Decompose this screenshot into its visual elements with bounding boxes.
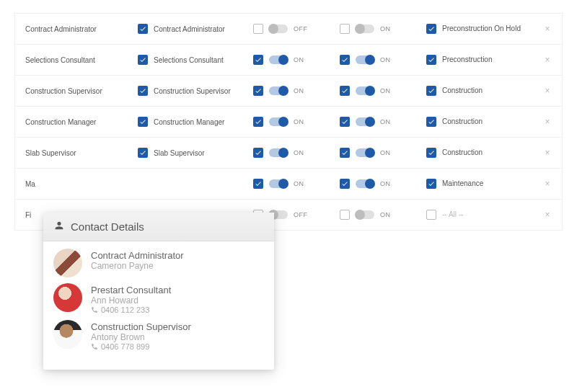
toggle2-checkbox[interactable] (340, 86, 350, 96)
contact-name: Antony Brown (91, 332, 264, 342)
toggle2-checkbox[interactable] (340, 210, 350, 220)
table-row: Selections Consultant Selections Consult… (15, 45, 562, 76)
contact-role: Contract Administrator (91, 250, 264, 261)
contact-item: Prestart Consultant Ann Howard 0406 112 … (53, 283, 264, 314)
toggle1-label: ON (294, 87, 304, 94)
toggle1-checkbox[interactable] (253, 179, 263, 189)
toggle2-checkbox[interactable] (340, 24, 350, 34)
stage-checkbox[interactable] (426, 179, 436, 189)
toggle1-label: OFF (294, 211, 308, 218)
contact-item: Construction Supervisor Antony Brown 040… (53, 320, 264, 351)
table-row: Contract Administrator Contract Administ… (15, 14, 562, 45)
toggle2-label: ON (380, 56, 391, 63)
popup-header: Contact Details (43, 213, 274, 241)
title-checkbox[interactable] (138, 55, 148, 65)
stage-checkbox[interactable] (426, 210, 436, 220)
table-row: Ma ON ON Maintenance × (15, 169, 562, 200)
toggle2[interactable] (356, 117, 374, 126)
stage-text: Construction (442, 86, 483, 95)
title-text: Slab Supervisor (154, 149, 205, 157)
delete-row-button[interactable]: × (540, 117, 555, 127)
contact-name: Cameron Payne (91, 261, 264, 271)
toggle1-checkbox[interactable] (253, 117, 263, 127)
person-icon (53, 220, 65, 233)
role-label: Slab Supervisor (22, 149, 138, 157)
toggle2-label: ON (380, 211, 391, 218)
role-label: Contract Administrator (22, 25, 138, 33)
toggle1[interactable] (269, 55, 288, 64)
stage-checkbox[interactable] (426, 55, 436, 65)
role-label: Selections Consultant (22, 56, 138, 64)
title-text: Selections Consultant (154, 56, 224, 64)
toggle1-checkbox[interactable] (253, 24, 263, 34)
role-label: Construction Supervisor (22, 87, 138, 95)
stage-checkbox[interactable] (426, 148, 436, 158)
stage-text: Maintenance (442, 179, 483, 188)
stage-checkbox[interactable] (426, 86, 436, 96)
role-label: Construction Manager (22, 118, 138, 126)
title-checkbox[interactable] (138, 148, 148, 158)
toggle2[interactable] (356, 24, 374, 33)
role-label: Ma (22, 180, 138, 188)
toggle2-label: ON (380, 118, 391, 125)
table-row: Slab Supervisor Slab Supervisor ON ON Co… (15, 138, 562, 169)
delete-row-button[interactable]: × (540, 148, 555, 158)
avatar (53, 249, 82, 277)
title-checkbox[interactable] (138, 24, 148, 34)
popup-body: Contract Administrator Cameron Payne Pre… (43, 241, 274, 370)
stage-text: -- All -- (442, 210, 463, 219)
toggle1-label: OFF (294, 25, 308, 32)
toggle1[interactable] (269, 24, 288, 33)
toggle1[interactable] (269, 117, 288, 126)
toggle1[interactable] (269, 86, 288, 95)
toggle2-checkbox[interactable] (340, 55, 350, 65)
stage-text: Preconstruction On Hold (442, 24, 521, 33)
toggle1-label: ON (294, 149, 304, 156)
contact-role: Construction Supervisor (91, 321, 264, 332)
stage-checkbox[interactable] (426, 24, 436, 34)
toggle2-label: ON (380, 180, 391, 187)
toggle1[interactable] (269, 148, 288, 157)
toggle2[interactable] (356, 179, 374, 188)
toggle1-label: ON (294, 180, 304, 187)
toggle2-label: ON (380, 87, 391, 94)
toggle2[interactable] (356, 210, 374, 219)
avatar (53, 283, 82, 312)
title-text: Contract Administrator (154, 25, 225, 33)
toggle2-checkbox[interactable] (340, 117, 350, 127)
stage-checkbox[interactable] (426, 117, 436, 127)
toggle1-checkbox[interactable] (253, 148, 263, 158)
toggle1-label: ON (294, 56, 304, 63)
popup-title: Contact Details (71, 220, 144, 233)
title-checkbox[interactable] (138, 117, 148, 127)
table-row: Construction Supervisor Construction Sup… (15, 76, 562, 107)
title-text: Construction Supervisor (154, 87, 231, 95)
toggle1-checkbox[interactable] (253, 55, 263, 65)
contact-details-popup: Contact Details Contract Administrator C… (43, 213, 274, 370)
delete-row-button[interactable]: × (540, 210, 555, 220)
contact-phone: 0406 778 899 (91, 342, 264, 351)
toggle2[interactable] (356, 55, 374, 64)
contact-phone: 0406 112 233 (91, 306, 264, 314)
stage-text: Preconstruction (442, 55, 492, 64)
toggle2[interactable] (356, 86, 374, 95)
toggle2-label: ON (380, 149, 391, 156)
delete-row-button[interactable]: × (540, 24, 555, 34)
contact-name: Ann Howard (91, 295, 264, 306)
contact-role: Prestart Consultant (91, 285, 264, 295)
toggle2-checkbox[interactable] (340, 179, 350, 189)
toggle2-label: ON (380, 25, 391, 32)
toggle1-label: ON (294, 118, 304, 125)
delete-row-button[interactable]: × (540, 86, 555, 96)
title-text: Construction Manager (154, 118, 224, 126)
toggle2[interactable] (356, 148, 374, 157)
stage-text: Construction (442, 117, 483, 126)
delete-row-button[interactable]: × (540, 179, 555, 189)
toggle1-checkbox[interactable] (253, 86, 263, 96)
toggle1[interactable] (269, 179, 288, 188)
delete-row-button[interactable]: × (540, 55, 555, 65)
contact-item: Contract Administrator Cameron Payne (53, 249, 264, 277)
table-row: Construction Manager Construction Manage… (15, 107, 562, 138)
toggle2-checkbox[interactable] (340, 148, 350, 158)
title-checkbox[interactable] (138, 86, 148, 96)
